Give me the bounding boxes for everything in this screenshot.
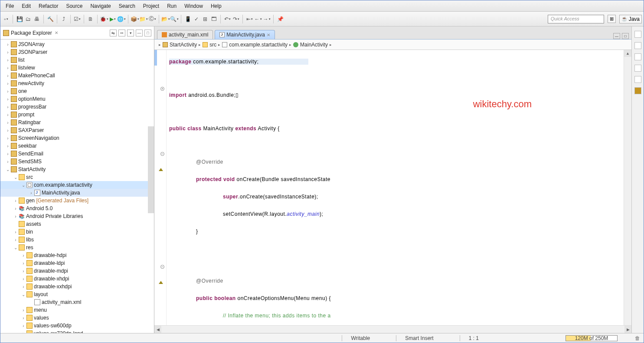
task-list-icon[interactable] <box>634 42 641 49</box>
search-button[interactable]: 🔍 <box>170 15 178 23</box>
tree-gen-folder[interactable]: gen <box>26 198 35 204</box>
open-folder-button[interactable]: 📂 <box>162 15 170 23</box>
code-editor[interactable]: + − − package com.example.startactivity;… <box>154 50 631 325</box>
tab-close-icon[interactable]: ✕ <box>267 33 270 37</box>
fold-marker[interactable]: + <box>160 87 164 91</box>
tree-project[interactable]: MakePhoneCall <box>18 73 55 79</box>
checkbox-button[interactable]: ☑ <box>73 15 81 23</box>
close-icon[interactable]: ✕ <box>55 30 58 35</box>
tree-project[interactable]: SAXParser <box>18 127 44 133</box>
project-tree[interactable]: ›JSONArray ›JSONParser ›list ›listview ›… <box>0 40 154 333</box>
collapse-all-button[interactable]: ⇆ <box>110 30 117 36</box>
link-icon[interactable] <box>634 53 641 60</box>
bookmark-icon[interactable] <box>634 65 641 72</box>
phone-button[interactable]: 📱 <box>184 15 192 23</box>
menu-source[interactable]: Source <box>62 2 86 10</box>
tree-android-lib[interactable]: Android 5.0 <box>26 205 52 211</box>
breadcrumb-src[interactable]: src <box>209 42 216 48</box>
menu-window[interactable]: Window <box>181 2 206 10</box>
tree-assets-folder[interactable]: assets <box>26 221 41 227</box>
run-button[interactable]: ▶ <box>109 15 117 23</box>
fold-marker[interactable]: − <box>160 152 164 156</box>
tree-values-folder[interactable]: values-sw600dp <box>34 323 72 329</box>
tree-drawable-folder[interactable]: drawable-xhdpi <box>34 276 69 282</box>
back-button[interactable]: ← <box>254 15 262 23</box>
pin-button[interactable]: 📌 <box>276 15 284 23</box>
tab-activity-main-xml[interactable]: activity_main.xml <box>157 30 213 39</box>
maximize-button[interactable]: □ <box>144 30 151 36</box>
tree-project[interactable]: Ratingbar <box>18 119 41 125</box>
next-annotation-button[interactable]: ↷ <box>232 15 240 23</box>
menu-navigate[interactable]: Navigate <box>87 2 114 10</box>
menu-help[interactable]: Help <box>207 2 225 10</box>
external-tools-button[interactable]: 🌐 <box>118 15 125 23</box>
tree-project[interactable]: list <box>18 57 25 63</box>
menu-refactor[interactable]: Refactor <box>35 2 62 10</box>
quick-access-input[interactable]: Quick Access <box>548 15 604 23</box>
tree-private-lib[interactable]: Android Private Libraries <box>26 213 83 219</box>
print-button[interactable]: 🖶 <box>33 15 41 23</box>
build-button[interactable]: 🔨 <box>46 15 54 23</box>
tree-drawable-folder[interactable]: drawable-xxhdpi <box>34 284 72 290</box>
tree-libs-folder[interactable]: libs <box>26 237 34 243</box>
menu-project[interactable]: Project <box>140 2 163 10</box>
outline-icon[interactable] <box>634 31 641 38</box>
breadcrumb-project[interactable]: StartActivity <box>170 42 197 48</box>
tree-project[interactable]: SendSMS <box>18 158 42 165</box>
tree-src-folder[interactable]: src <box>26 174 33 180</box>
menu-file[interactable]: File <box>2 2 17 10</box>
tree-project[interactable]: seekbar <box>18 143 37 149</box>
tree-layout-folder[interactable]: layout <box>34 291 48 297</box>
last-edit-button[interactable]: ⇤ <box>245 15 253 23</box>
declaration-icon[interactable] <box>634 76 641 83</box>
debug-button[interactable]: 🐞 <box>100 15 108 23</box>
tree-project[interactable]: SendEmail <box>18 151 43 157</box>
tree-drawable-folder[interactable]: drawable-mdpi <box>34 268 68 274</box>
ddms-button[interactable]: 🗔 <box>210 15 218 23</box>
tree-project-startactivity[interactable]: StartActivity <box>18 166 46 172</box>
tree-project[interactable]: optionMenu <box>18 96 46 102</box>
tree-menu-folder[interactable]: menu <box>34 307 47 313</box>
memory-bar[interactable]: 120M of 250M <box>566 335 618 341</box>
breadcrumb-package[interactable]: com.example.startactivity <box>229 42 288 48</box>
new-button[interactable]: ▫ <box>2 15 10 23</box>
tree-project[interactable]: prompt <box>18 112 34 118</box>
save-all-button[interactable]: 🗂 <box>24 15 32 23</box>
tree-drawable-folder[interactable]: drawable-ldpi <box>34 260 65 266</box>
tree-project[interactable]: JSONParser <box>18 49 47 55</box>
editor-horizontal-scrollbar[interactable]: ◀▶ <box>154 325 631 333</box>
tree-project[interactable]: JSONArray <box>18 41 45 47</box>
new-project-button[interactable]: 📦 <box>131 15 139 23</box>
save-button[interactable]: 💾 <box>16 15 23 23</box>
tree-res-folder[interactable]: res <box>26 244 33 251</box>
explorer-scrollbar[interactable] <box>148 126 154 213</box>
tree-drawable-folder[interactable]: drawable-hdpi <box>34 252 66 258</box>
tree-mainactivity-file[interactable]: MainActivity.java <box>42 190 80 196</box>
link-editor-button[interactable]: ⇔ <box>118 30 125 36</box>
binoculars-icon[interactable] <box>634 87 641 94</box>
tab-mainactivity-java[interactable]: MainActivity.java✕ <box>215 30 275 39</box>
open-perspective-button[interactable]: ⊞ <box>608 15 616 23</box>
editor-gutter[interactable]: + − − <box>154 50 167 325</box>
tree-values-folder[interactable]: values-sw720dp-land <box>34 330 83 333</box>
tree-bin-folder[interactable]: bin <box>26 229 33 235</box>
breadcrumb-class[interactable]: MainActivity <box>300 42 328 48</box>
open-type-button[interactable]: 🗎 <box>87 15 95 23</box>
minimize-button[interactable]: ― <box>136 30 143 36</box>
breadcrumb-bar[interactable]: ▸StartActivity▸ src▸ com.example.startac… <box>154 40 631 50</box>
tree-values-folder[interactable]: values <box>34 315 49 321</box>
menu-search[interactable]: Search <box>115 2 139 10</box>
tree-project[interactable]: newActivity <box>18 80 44 86</box>
tree-project[interactable]: progressBar <box>18 104 46 110</box>
menu-edit[interactable]: Edit <box>18 2 34 10</box>
tree-project[interactable]: one <box>18 88 27 94</box>
editor-maximize-button[interactable]: □ <box>622 33 629 39</box>
new-package-button[interactable]: 📁 <box>140 15 147 23</box>
new-class-button[interactable]: Ⓒ <box>148 15 156 23</box>
gc-button[interactable]: 🗑 <box>635 335 640 341</box>
editor-vertical-scrollbar[interactable]: ▲ <box>624 50 631 325</box>
tree-layout-file[interactable]: activity_main.xml <box>42 299 81 305</box>
lint-button[interactable]: ✓ <box>193 15 200 23</box>
view-menu-button[interactable]: ▾ <box>127 30 134 36</box>
tree-project[interactable]: ScreenNavigation <box>18 135 59 141</box>
